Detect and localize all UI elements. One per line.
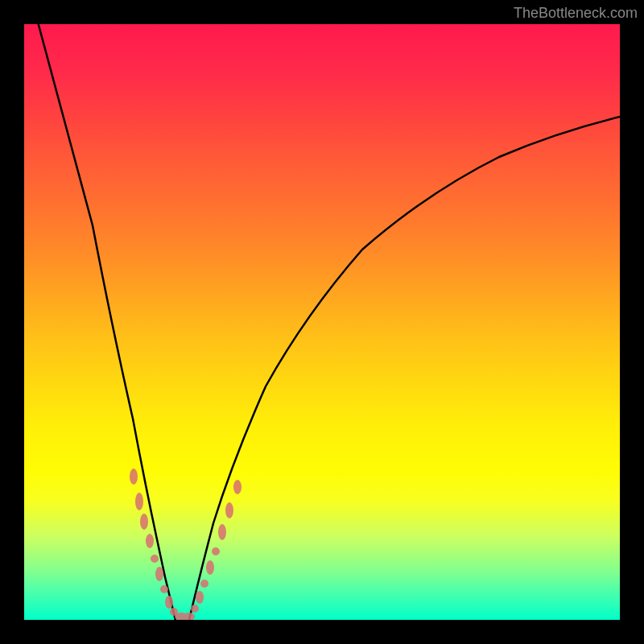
svg-point-18: [233, 480, 242, 494]
watermark-text: TheBottleneck.com: [514, 5, 638, 22]
left-descending-curve: [36, 24, 175, 620]
svg-point-6: [160, 585, 168, 593]
svg-point-0: [130, 469, 138, 485]
svg-point-17: [225, 502, 233, 518]
svg-point-1: [135, 493, 143, 510]
svg-point-13: [200, 580, 208, 588]
right-ascending-curve: [189, 117, 620, 620]
valley-dots-bottom: [175, 613, 195, 620]
svg-point-12: [196, 591, 204, 604]
svg-point-14: [206, 560, 214, 575]
svg-point-16: [218, 524, 226, 540]
svg-point-2: [140, 514, 148, 530]
chart-curves: [24, 24, 620, 620]
svg-point-5: [155, 567, 163, 581]
svg-point-7: [165, 596, 173, 609]
valley-dots-left: [130, 469, 178, 616]
valley-dots-right: [191, 480, 242, 613]
svg-point-4: [151, 555, 159, 563]
svg-point-15: [212, 547, 220, 555]
svg-point-3: [146, 534, 154, 548]
svg-point-11: [191, 605, 199, 613]
